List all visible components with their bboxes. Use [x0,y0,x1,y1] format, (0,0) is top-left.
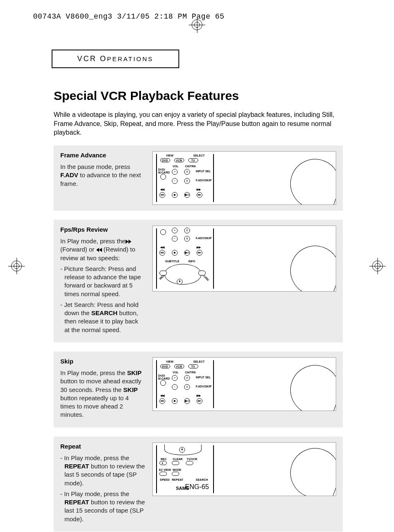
feature-intro: In Play mode, press the (Forward) or (Re… [60,237,145,262]
feature-fps-rps: Fps/Rps Review In Play mode, press the (… [54,220,343,342]
feature-body: In the pause mode, press F.ADV to advanc… [60,163,145,188]
feature-title: Skip [60,357,145,366]
forward-icon [128,240,131,244]
remote-illustration: + − ∧ ∨ F.ADV/SKIP ◀◀ ▶▶ ⏮ ■ ▶II ⏭ SUBTI… [152,226,336,292]
section-header: VCR OPERATIONS [77,55,154,63]
feature-bullet: - Jet Search: Press and hold down the SE… [60,301,145,334]
feature-bullet: - Picture Search: Press and release to a… [60,265,145,298]
registration-mark-right [369,258,386,274]
rewind-icon [96,248,99,252]
feature-title: Fps/Rps Review [60,226,145,234]
feature-title: Frame Advance [60,151,145,159]
remote-illustration: VIEW SELECT DVD VCR TV VOL CH/TRK DVD/ M… [152,151,336,205]
feature-bullet: - In Play mode, press the REPEAT button … [60,490,145,523]
forward-icon [126,240,128,244]
registration-mark-top [189,17,205,33]
rewind-icon [99,248,102,252]
feature-skip: Skip In Play mode, press the SKIP button… [54,352,343,428]
registration-mark-left [8,258,25,274]
page-number: ENG-65 [0,483,394,491]
feature-frame-advance: Frame Advance In the pause mode, press F… [54,145,343,211]
remote-illustration: VIEW SELECT DVD VCR TV VOL CH/TRK DVD/ M… [152,357,336,411]
page-content: VCR OPERATIONS Special VCR Playback Feat… [54,50,343,532]
page-title: Special VCR Playback Features [54,89,343,103]
feature-bullet: - In Play mode, press the REPEAT button … [60,454,145,487]
feature-body: In Play mode, press the SKIP button to m… [60,369,145,419]
intro-paragraph: While a videotape is playing, you can en… [54,110,343,137]
feature-title: Repeat [60,442,145,451]
section-header-box: VCR OPERATIONS [52,50,179,68]
